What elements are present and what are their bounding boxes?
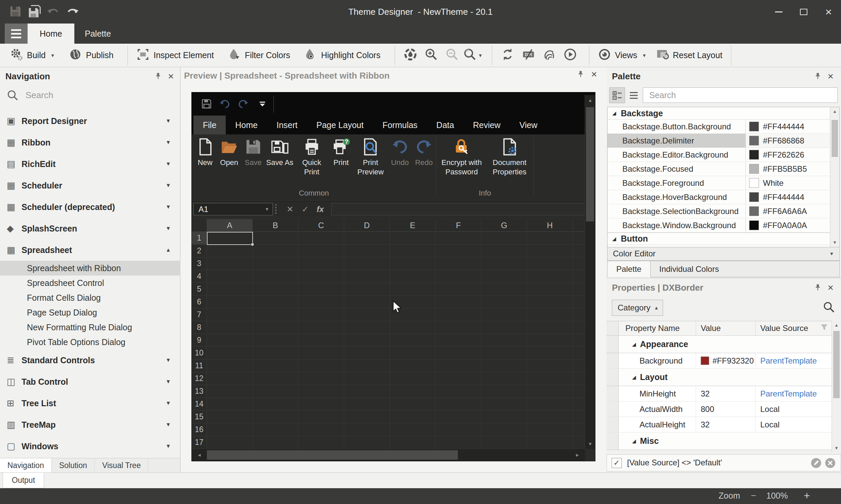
zoom-out-icon[interactable]: −	[751, 490, 756, 501]
palette-scrollbar[interactable]: ▲ ▼	[830, 107, 839, 247]
cell-g5[interactable]	[481, 283, 527, 296]
cell-d2[interactable]	[344, 245, 390, 257]
cell-a16[interactable]	[207, 424, 253, 436]
cell-a5[interactable]	[207, 283, 253, 296]
palette-row-backstage-focused[interactable]: Backstage.Focused#FFB5B5B5	[607, 162, 839, 176]
cell-a10[interactable]	[207, 347, 253, 360]
grid-row-14[interactable]: 14	[192, 398, 585, 411]
cell-d7[interactable]	[344, 308, 390, 321]
cell-g14[interactable]	[481, 398, 527, 411]
grid-row-6[interactable]: 6	[192, 296, 585, 308]
ribbon-tab-page-layout[interactable]: Page Layout	[307, 115, 373, 134]
close-icon[interactable]: ×	[166, 71, 176, 81]
row-header-11[interactable]: 11	[192, 360, 207, 372]
app-menu-button[interactable]	[5, 23, 28, 44]
nav-item-scheduler-deprecated[interactable]: ▦Scheduler (deprecated)▼	[0, 196, 180, 218]
value-source-parenttemplate[interactable]: ParentTemplate	[756, 353, 841, 368]
touch-mode-button[interactable]	[540, 46, 558, 65]
cell-e17[interactable]	[390, 436, 436, 449]
row-header-12[interactable]: 12	[192, 372, 207, 385]
group-expanded-icon[interactable]: ◢	[632, 438, 636, 444]
chevron-down-icon[interactable]: ▼	[166, 379, 171, 385]
group-expanded-icon[interactable]: ◢	[632, 374, 636, 380]
grid-row-8[interactable]: 8	[192, 321, 585, 334]
cell-f16[interactable]	[436, 424, 481, 436]
cell-f14[interactable]	[436, 398, 481, 411]
vertical-scroll-thumb[interactable]	[586, 107, 594, 221]
cell-c8[interactable]	[298, 321, 344, 334]
property-row-actualheight[interactable]: ActualHeight32Local	[606, 417, 841, 432]
grid-row-10[interactable]: 10	[192, 347, 585, 360]
cell-d15[interactable]	[344, 411, 390, 424]
palette-row-backstage-foreground[interactable]: Backstage.ForegroundWhite	[607, 176, 839, 190]
nav-item-spreadsheet-control[interactable]: Spreadsheet Control	[0, 275, 180, 290]
cell-c5[interactable]	[298, 283, 344, 296]
cell-c6[interactable]	[298, 296, 344, 308]
cell-g12[interactable]	[481, 372, 527, 385]
cell-c14[interactable]	[298, 398, 344, 411]
row-header-5[interactable]: 5	[192, 283, 207, 296]
nav-item-format-cells-dialog[interactable]: Format Cells Dialog	[0, 290, 180, 305]
bottom-tab-navigation[interactable]: Navigation	[0, 458, 52, 473]
group-expanded-icon[interactable]: ◢	[612, 110, 616, 116]
cell-c15[interactable]	[298, 411, 344, 424]
cell-h16[interactable]	[527, 424, 573, 436]
column-header-b[interactable]: B	[253, 219, 298, 232]
column-header-f[interactable]: F	[436, 219, 481, 232]
row-header-15[interactable]: 15	[192, 411, 207, 424]
ribbon-tab-view[interactable]: View	[510, 115, 547, 134]
cell-h6[interactable]	[527, 296, 573, 308]
chevron-down-icon[interactable]: ▼	[166, 400, 171, 406]
clear-filter-icon[interactable]	[825, 457, 836, 469]
zoom-in-icon[interactable]: +	[804, 489, 810, 502]
chevron-down-icon[interactable]: ▼	[166, 357, 171, 363]
cell-g3[interactable]	[481, 257, 527, 270]
bottom-tab-visual-tree[interactable]: Visual Tree	[95, 458, 149, 473]
cell-f13[interactable]	[436, 385, 481, 398]
nav-item-tree-list[interactable]: ⊞Tree List▼	[0, 393, 180, 414]
run-animation-button[interactable]	[562, 46, 579, 65]
inspect-element-button[interactable]: Inspect Element	[135, 44, 216, 67]
nav-item-spreadsheet-with-ribbon[interactable]: Spreadsheet with Ribbon	[0, 261, 180, 275]
cell-a12[interactable]	[207, 372, 253, 385]
cell-h2[interactable]	[527, 245, 573, 257]
cell-b15[interactable]	[253, 411, 298, 424]
cell-e10[interactable]	[390, 347, 436, 360]
properties-search-button[interactable]	[823, 301, 836, 314]
properties-scrollbar[interactable]: ▲ ▼	[831, 321, 841, 453]
cell-g8[interactable]	[481, 321, 527, 334]
ribbon-button-save-as[interactable]: Save As	[265, 138, 294, 167]
cell-b9[interactable]	[253, 334, 298, 347]
cell-h8[interactable]	[527, 321, 573, 334]
pin-icon[interactable]	[813, 283, 823, 293]
palette-row-backstage-delimiter[interactable]: Backstage.Delimiter#FF686868	[607, 134, 839, 148]
cell-e2[interactable]	[390, 245, 436, 257]
selected-cell-a1[interactable]	[207, 232, 253, 245]
cell-b8[interactable]	[253, 321, 298, 334]
tab-home[interactable]: Home	[28, 23, 74, 44]
horizontal-scrollbar[interactable]: ◄ ►	[192, 449, 585, 461]
cell-f9[interactable]	[436, 334, 481, 347]
row-header-17[interactable]: 17	[192, 436, 207, 449]
nav-item-scheduler[interactable]: ▦Scheduler▼	[0, 175, 180, 196]
close-icon[interactable]: ×	[825, 283, 836, 293]
cell-c4[interactable]	[298, 270, 344, 283]
cell-d6[interactable]	[344, 296, 390, 308]
row-header-1[interactable]: 1	[192, 232, 207, 245]
filter-funnel-icon[interactable]	[821, 324, 827, 331]
cell-a6[interactable]	[207, 296, 253, 308]
grid-row-4[interactable]: 4	[192, 270, 585, 283]
resize-grip[interactable]	[832, 495, 840, 503]
chevron-down-icon[interactable]: ▼	[166, 204, 171, 210]
property-row-minheight[interactable]: MinHeight32ParentTemplate	[606, 386, 841, 401]
palette-row-backstage-selectionbackground[interactable]: Backstage.SelectionBackground#FF6A6A6A	[607, 204, 839, 218]
scroll-left-icon[interactable]: ◄	[192, 449, 207, 461]
palette-scroll-thumb[interactable]	[831, 120, 838, 157]
cell-b11[interactable]	[253, 360, 298, 372]
column-header-d[interactable]: D	[344, 219, 390, 232]
cell-e3[interactable]	[390, 257, 436, 270]
grid-row-2[interactable]: 2	[192, 245, 585, 257]
color-editor-bar[interactable]: Color Editor▼	[607, 247, 840, 261]
row-header-3[interactable]: 3	[192, 257, 207, 270]
ribbon-tab-formulas[interactable]: Formulas	[373, 115, 427, 134]
